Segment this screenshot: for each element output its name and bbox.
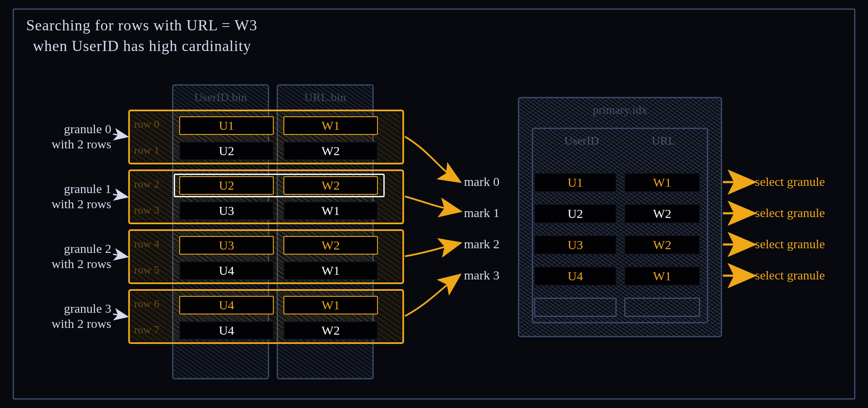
granule-label-line2: with 2 rows <box>27 316 111 331</box>
row-label: row 0 <box>134 118 168 131</box>
data-cell: U4 <box>179 296 274 314</box>
data-cell: W2 <box>283 236 378 255</box>
granule-label-line1: granule 3 <box>27 301 111 316</box>
granule-label-line2: with 2 rows <box>27 137 111 152</box>
mark-label: mark 0 <box>464 174 523 189</box>
primary-cell: U4 <box>534 266 617 286</box>
row-label: row 2 <box>134 178 168 191</box>
svg-line-2 <box>113 254 127 257</box>
select-granule-label: select granule <box>755 268 865 282</box>
granule-label-line1: granule 2 <box>27 241 111 256</box>
data-cell: W1 <box>283 201 378 220</box>
granule-label-2: granule 2 with 2 rows <box>27 241 111 271</box>
primary-index-title: primary.idx <box>519 103 721 117</box>
primary-cell: U1 <box>534 173 617 192</box>
granule-label-line1: granule 1 <box>27 181 111 196</box>
row-label: row 7 <box>134 324 168 336</box>
data-cell: W1 <box>283 116 378 135</box>
primary-cell: U2 <box>534 204 617 223</box>
row-label: row 4 <box>134 238 168 250</box>
primary-index-inner: UserID URL <box>532 128 708 323</box>
data-cell: W1 <box>283 261 378 280</box>
primary-cell: W2 <box>624 204 700 223</box>
primary-cell: W1 <box>624 173 700 192</box>
primary-cell: W1 <box>624 266 700 286</box>
granule-label-line2: with 2 rows <box>27 256 111 271</box>
row-label: row 6 <box>134 298 168 310</box>
primary-empty-cell <box>624 298 700 317</box>
data-cell: U2 <box>179 176 274 195</box>
granule-label-3: granule 3 with 2 rows <box>27 301 111 331</box>
data-cell: U3 <box>179 201 274 220</box>
row-label: row 3 <box>134 204 168 217</box>
svg-line-1 <box>113 194 127 197</box>
row-label: row 5 <box>134 264 168 276</box>
data-cell: W1 <box>283 296 378 314</box>
mark-label: mark 1 <box>464 206 523 220</box>
data-cell: W2 <box>283 321 378 340</box>
select-granule-label: select granule <box>755 237 865 251</box>
granule-label-0: granule 0 with 2 rows <box>27 121 111 152</box>
primary-empty-cell <box>534 298 617 317</box>
data-cell: U2 <box>179 142 274 160</box>
data-cell: U3 <box>179 236 274 255</box>
svg-line-3 <box>113 314 127 317</box>
primary-index-colhead-userid: UserID <box>542 132 622 149</box>
select-granule-label: select granule <box>755 174 865 189</box>
granule-label-line2: with 2 rows <box>27 196 111 212</box>
data-cell: U4 <box>179 261 274 280</box>
primary-index-colhead-url: URL <box>628 132 699 149</box>
row-label: row 1 <box>134 144 168 157</box>
data-cell: U1 <box>179 116 274 135</box>
primary-cell: W2 <box>624 235 700 255</box>
select-granule-label: select granule <box>755 206 865 220</box>
data-cell: W2 <box>283 142 378 160</box>
mark-label: mark 3 <box>464 268 523 282</box>
primary-cell: U3 <box>534 235 617 255</box>
mark-label: mark 2 <box>464 237 523 251</box>
data-cell: U4 <box>179 321 274 340</box>
data-cell: W2 <box>283 176 378 195</box>
granule-label-1: granule 1 with 2 rows <box>27 181 111 212</box>
column-file-userid-header: UserID.bin <box>173 88 268 107</box>
column-file-url-header: URL.bin <box>278 88 372 107</box>
svg-line-0 <box>113 134 127 137</box>
granule-label-line1: granule 0 <box>27 121 111 137</box>
